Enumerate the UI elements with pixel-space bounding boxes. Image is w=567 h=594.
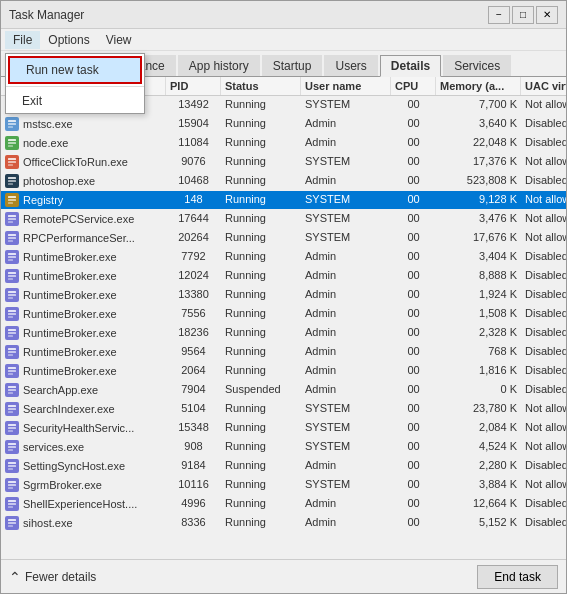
maximize-button[interactable]: □: [512, 6, 534, 24]
table-row[interactable]: RuntimeBroker.exe 2064RunningAdmin001,81…: [1, 362, 566, 381]
process-name: SearchIndexer.exe: [23, 403, 115, 415]
table-row[interactable]: mstsc.exe 15904RunningAdmin003,640 KDisa…: [1, 115, 566, 134]
process-name: RuntimeBroker.exe: [23, 327, 117, 339]
cell-user: Admin: [301, 362, 391, 380]
process-name: ShellExperienceHost....: [23, 498, 137, 510]
cell-cpu: 00: [391, 172, 436, 190]
cell-memory: 7,700 K: [436, 96, 521, 114]
process-icon: [5, 193, 19, 207]
svg-rect-69: [8, 424, 16, 426]
cell-memory: 3,404 K: [436, 248, 521, 266]
cell-uac: Disabled: [521, 343, 566, 361]
cell-uac: Not allow...: [521, 229, 566, 247]
table-row[interactable]: services.exe 908RunningSYSTEM004,524 KNo…: [1, 438, 566, 457]
svg-rect-26: [8, 218, 16, 220]
svg-rect-21: [8, 196, 16, 198]
cell-pid: 13492: [166, 96, 221, 114]
cell-uac: Not allow...: [521, 210, 566, 228]
cell-cpu: 00: [391, 96, 436, 114]
svg-rect-87: [8, 506, 13, 508]
window-controls: − □ ✕: [488, 6, 558, 24]
table-row[interactable]: RemotePCService.exe 17644RunningSYSTEM00…: [1, 210, 566, 229]
fewer-details-button[interactable]: ⌃ Fewer details: [9, 569, 96, 585]
table-row[interactable]: OfficeClickToRun.exe 9076RunningSYSTEM00…: [1, 153, 566, 172]
cell-cpu: 00: [391, 362, 436, 380]
tab-startup[interactable]: Startup: [262, 55, 323, 76]
minimize-button[interactable]: −: [488, 6, 510, 24]
tab-users[interactable]: Users: [324, 55, 377, 76]
cell-pid: 15348: [166, 419, 221, 437]
process-icon: [5, 459, 19, 473]
table-row[interactable]: photoshop.exe 10468RunningAdmin00523,808…: [1, 172, 566, 191]
svg-rect-6: [8, 123, 16, 125]
cell-status: Running: [221, 400, 301, 418]
view-menu[interactable]: View: [98, 31, 140, 49]
tab-app-history[interactable]: App history: [178, 55, 260, 76]
cell-pid: 7556: [166, 305, 221, 323]
cell-status: Running: [221, 134, 301, 152]
menu-bar: File Run new task Exit Options View: [1, 29, 566, 51]
table-row[interactable]: RuntimeBroker.exe 18236RunningAdmin002,3…: [1, 324, 566, 343]
cell-name: OfficeClickToRun.exe: [1, 153, 166, 171]
table-row[interactable]: RuntimeBroker.exe 12024RunningAdmin008,8…: [1, 267, 566, 286]
svg-rect-45: [8, 310, 16, 312]
table-row[interactable]: SearchApp.exe 7904SuspendedAdmin000 KDis…: [1, 381, 566, 400]
svg-rect-13: [8, 158, 16, 160]
cell-name: SearchApp.exe: [1, 381, 166, 399]
cell-user: Admin: [301, 305, 391, 323]
close-button[interactable]: ✕: [536, 6, 558, 24]
table-row[interactable]: SettingSyncHost.exe 9184RunningAdmin002,…: [1, 457, 566, 476]
table-row[interactable]: ShellExperienceHost.... 4996RunningAdmin…: [1, 495, 566, 514]
table-row[interactable]: RuntimeBroker.exe 9564RunningAdmin00768 …: [1, 343, 566, 362]
run-new-task-item[interactable]: Run new task: [10, 58, 140, 82]
svg-rect-41: [8, 291, 16, 293]
cell-memory: 2,084 K: [436, 419, 521, 437]
table-row[interactable]: SearchIndexer.exe 5104RunningSYSTEM0023,…: [1, 400, 566, 419]
cell-memory: 2,328 K: [436, 324, 521, 342]
tab-services[interactable]: Services: [443, 55, 511, 76]
cell-pid: 9076: [166, 153, 221, 171]
cell-uac: Not allow...: [521, 191, 566, 209]
tab-details[interactable]: Details: [380, 55, 441, 77]
exit-item[interactable]: Exit: [6, 89, 144, 113]
cell-status: Running: [221, 229, 301, 247]
table-row[interactable]: SgrmBroker.exe 10116RunningSYSTEM003,884…: [1, 476, 566, 495]
cell-user: Admin: [301, 286, 391, 304]
cell-cpu: 00: [391, 476, 436, 494]
svg-rect-11: [8, 145, 13, 147]
process-table-container: Name PID Status User name CPU Memory (a.…: [1, 77, 566, 559]
svg-rect-58: [8, 370, 16, 372]
cell-user: SYSTEM: [301, 96, 391, 114]
table-row[interactable]: RuntimeBroker.exe 7792RunningAdmin003,40…: [1, 248, 566, 267]
cell-cpu: 00: [391, 115, 436, 133]
table-row[interactable]: RuntimeBroker.exe 13380RunningAdmin001,9…: [1, 286, 566, 305]
svg-rect-83: [8, 487, 13, 489]
table-row[interactable]: Registry 148RunningSYSTEM009,128 KNot al…: [1, 191, 566, 210]
cell-status: Running: [221, 210, 301, 228]
cell-status: Running: [221, 286, 301, 304]
table-row[interactable]: RuntimeBroker.exe 7556RunningAdmin001,50…: [1, 305, 566, 324]
cell-memory: 1,816 K: [436, 362, 521, 380]
table-row[interactable]: RPCPerformanceSer... 20264RunningSYSTEM0…: [1, 229, 566, 248]
table-row[interactable]: SecurityHealthServic... 15348RunningSYST…: [1, 419, 566, 438]
col-user: User name: [301, 77, 391, 95]
cell-cpu: 00: [391, 286, 436, 304]
cell-memory: 2,280 K: [436, 457, 521, 475]
cell-name: RPCPerformanceSer...: [1, 229, 166, 247]
cell-memory: 1,924 K: [436, 286, 521, 304]
cell-memory: 5,152 K: [436, 514, 521, 532]
dropdown-divider: [6, 86, 144, 87]
file-menu[interactable]: File: [5, 31, 40, 49]
cell-user: Admin: [301, 343, 391, 361]
process-name: RPCPerformanceSer...: [23, 232, 135, 244]
end-task-button[interactable]: End task: [477, 565, 558, 589]
table-row[interactable]: sihost.exe 8336RunningAdmin005,152 KDisa…: [1, 514, 566, 533]
options-menu[interactable]: Options: [40, 31, 97, 49]
cell-user: SYSTEM: [301, 191, 391, 209]
cell-uac: Disabled: [521, 324, 566, 342]
cell-uac: Not allow...: [521, 153, 566, 171]
svg-rect-7: [8, 126, 13, 128]
svg-rect-30: [8, 237, 16, 239]
svg-rect-47: [8, 316, 13, 318]
table-row[interactable]: node.exe 11084RunningAdmin0022,048 KDisa…: [1, 134, 566, 153]
